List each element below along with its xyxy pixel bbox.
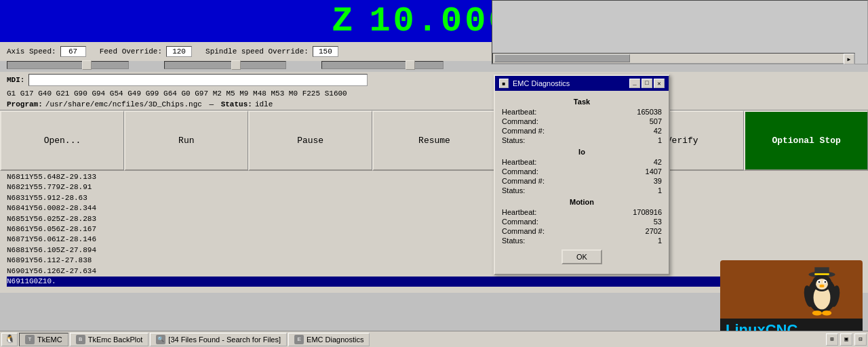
taskbar-right: ⊞ ▣ ⊟ [826,333,867,346]
ok-button[interactable]: OK [561,249,602,264]
emc-diagnostics-dialog: ■ EMC Diagnostics _ □ ✕ Task Heartbeat: … [494,75,670,275]
io-section-title: Io [502,148,662,156]
motion-command-num-val: 2702 [646,227,662,235]
penguin-mascot [795,264,849,318]
program-label: Program: [7,100,43,108]
io-heartbeat-row: Heartbeat: 42 [502,157,662,167]
dialog-titlebar: ■ EMC Diagnostics _ □ ✕ [495,76,669,91]
spindle-value: 150 [313,46,338,57]
task-heartbeat-label: Heartbeat: [502,108,536,116]
gcode-list-item[interactable]: N6811Y55.648Z-29.133 [7,172,861,182]
motion-heartbeat-label: Heartbeat: [502,208,536,216]
io-heartbeat-val: 42 [654,158,662,166]
svg-point-5 [816,279,828,289]
motion-command-row: Command: 53 [502,217,662,226]
taskbar-backplot-label: TkEmc BackPlot [88,335,143,344]
gcode-list-item[interactable]: N6841Y56.0082-28.344 [7,203,861,213]
task-command-num-val: 42 [654,127,662,135]
gcode-list-item[interactable]: N6871Y56.061Z-28.146 [7,234,861,245]
open-button[interactable]: Open... [0,110,124,171]
logo-background: LinuxCNC [720,260,863,342]
status-value: idle [255,100,273,108]
optional-stop-button[interactable]: Optional Stop [744,110,868,171]
io-command-num-val: 39 [654,177,662,185]
task-status-val: 1 [658,136,662,144]
task-command-num-row: Command #: 42 [502,126,662,136]
program-path: /usr/share/emc/ncfiles/3D_Chips.ngc [45,100,202,108]
taskbar-start-button[interactable]: 🐧 [1,333,18,346]
gcode-list-item[interactable]: N6881Y56.105Z-27.894 [7,245,861,256]
run-button[interactable]: Run [124,110,248,171]
mdi-label: MDI: [7,76,24,84]
taskbar-item-search[interactable]: 🔍 [34 Files Found - Search for Files] [150,333,287,346]
program-dash: — [205,100,218,108]
search-icon: 🔍 [156,335,165,344]
io-status-row: Status: 1 [502,186,662,195]
axis-speed-group: Axis Speed: 67 [7,46,86,57]
pause-button[interactable]: Pause [248,110,372,171]
taskbar-grid-icon[interactable]: ⊞ [826,333,838,346]
maximize-button[interactable]: □ [642,79,652,88]
task-command-label: Command: [502,117,538,125]
title-left: ■ EMC Diagnostics [499,79,570,88]
right-scroll-area: ▶ [492,0,868,64]
io-status-label: Status: [502,186,525,195]
axis-speed-label: Axis Speed: [7,47,56,56]
feed-override-slider[interactable] [164,61,286,69]
task-command-row: Command: 507 [502,117,662,126]
scrollbar-thumb[interactable] [494,54,630,62]
start-icon: 🐧 [5,334,15,344]
task-command-val: 507 [650,117,662,125]
spindle-slider[interactable] [321,61,443,69]
motion-command-num-label: Command #: [502,227,545,235]
resume-button[interactable]: Resume [372,110,496,171]
taskbar-app-icon[interactable]: ⊟ [854,333,867,346]
motion-command-label: Command: [502,218,538,226]
button-row: Open... Run Pause Resume Step Verify Opt… [0,110,868,171]
motion-heartbeat-row: Heartbeat: 1708916 [502,207,662,217]
io-heartbeat-label: Heartbeat: [502,158,536,166]
close-button[interactable]: ✕ [654,79,665,88]
program-row: Program: /usr/share/emc/ncfiles/3D_Chips… [0,99,868,110]
io-status-val: 1 [658,186,662,195]
motion-status-row: Status: 1 [502,236,662,245]
linuxcnc-logo: LinuxCNC [720,260,863,342]
minimize-button[interactable]: _ [629,79,640,88]
gcode-list-item[interactable]: N6821Y55.779Z-28.91 [7,182,861,192]
svg-point-14 [822,310,831,315]
feed-override-label: Feed Override: [100,47,162,56]
gcode-row: G1 G17 G40 G21 G90 G94 G54 G49 G99 G64 G… [0,88,868,99]
io-command-row: Command: 1407 [502,167,662,176]
motion-command-num-row: Command #: 2702 [502,226,662,236]
motion-status-label: Status: [502,237,525,245]
task-heartbeat-val: 165038 [637,108,662,116]
motion-section-title: Motion [502,198,662,206]
dialog-icon: ■ [499,79,509,88]
gcode-list-item[interactable]: N6831Y55.912-28.63 [7,193,861,203]
task-command-num-label: Command #: [502,127,545,135]
axis-speed-slider[interactable] [7,61,129,69]
svg-point-9 [825,281,827,283]
taskbar-item-diagnostics[interactable]: E EMC Diagnostics [288,333,370,346]
title-buttons: _ □ ✕ [629,79,665,88]
horizontal-scrollbar[interactable]: ▶ [492,53,855,64]
status-label: Status: [221,100,252,108]
spindle-label: Spindle speed Override: [205,47,309,56]
taskbar-item-backplot[interactable]: B TkEmc BackPlot [70,333,149,346]
mdi-row: MDI: [0,72,868,88]
motion-command-val: 53 [654,218,662,226]
task-status-label: Status: [502,136,525,144]
backplot-icon: B [76,335,85,344]
task-status-row: Status: 1 [502,136,662,145]
gcode-list-item[interactable]: N6861Y56.056Z-28.167 [7,224,861,234]
task-section-title: Task [502,98,662,106]
feed-override-value: 120 [166,46,192,57]
gcode-list-item[interactable]: N6851Y56.025Z-28.283 [7,214,861,224]
taskbar-screen-icon[interactable]: ▣ [840,333,852,346]
mdi-input[interactable] [28,74,368,86]
taskbar-diagnostics-label: EMC Diagnostics [307,335,363,344]
scrollbar-right-btn[interactable]: ▶ [844,54,854,64]
taskbar-item-tkemc[interactable]: T TkEMC [19,333,68,346]
diagnostics-icon: E [294,335,304,344]
tkemc-icon: T [25,335,35,344]
